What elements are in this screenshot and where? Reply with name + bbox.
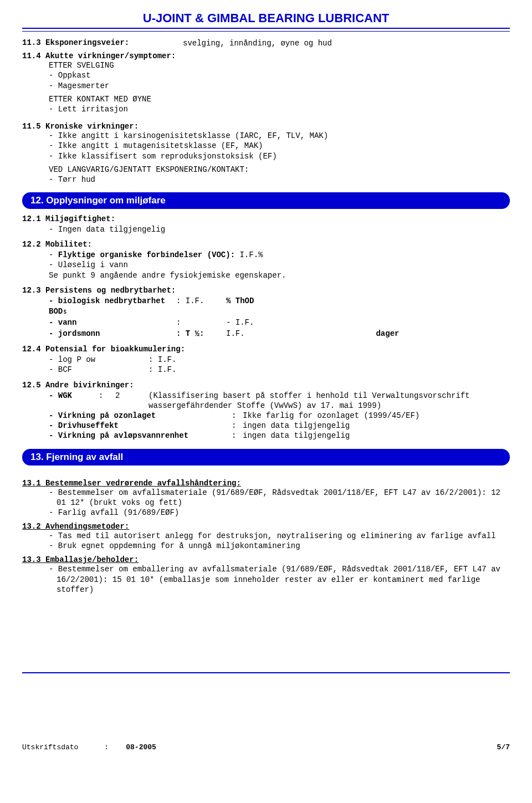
c3: - I.F. [226, 318, 510, 329]
label-12-5: 12.5 Andre bivirkninger: [22, 381, 510, 390]
title-divider-thin [22, 31, 510, 32]
row-ozon: - Virkning på ozonlaget : Ikke farlig fo… [49, 411, 510, 421]
list-item: - Lett irritasjon [49, 104, 510, 114]
list-item: - Ikke klassifisert som reproduksjonstok… [49, 151, 510, 161]
sep: : [232, 421, 243, 431]
row-avlop: - Virkning på avløpsvannrenhet : ingen d… [49, 431, 510, 441]
group1-list: - Oppkast - Magesmerter [49, 70, 510, 90]
footer-right: 5/7 [497, 743, 510, 751]
footer-divider [22, 672, 510, 673]
c1: - vann [49, 318, 176, 329]
row-logpow: - log P ow : I.F. [49, 355, 510, 365]
section-13-header: 13. Fjerning av avfall [22, 449, 510, 466]
wgk-label: - WGK [49, 391, 99, 411]
c2: : [176, 318, 226, 329]
c3: I.F. dager [226, 329, 510, 340]
label-12-1: 12.1 Miljøgiftighet: [22, 214, 510, 223]
c3-unit: dager [376, 329, 399, 338]
row-jordsmonn: - jordsmonn : T ½: I.F. dager [49, 329, 510, 340]
list-13-1: - Bestemmelser om avfallsmateriale (91/6… [49, 488, 510, 518]
val: ingen data tilgjengelig [243, 431, 510, 441]
label-13-1: 13.1 Bestemmelser vedrørende avfallshånd… [22, 479, 510, 488]
label-12-3: 12.3 Persistens og nedbrytbarhet: [22, 286, 510, 295]
lbl: - Virkning på ozonlaget [49, 411, 232, 421]
list-item: - Uløselig i vann [49, 260, 510, 270]
lbl: - Virkning på avløpsvannrenhet [49, 431, 232, 441]
row-11-3: 11.3 Eksponeringsveier: svelging, innånd… [22, 38, 510, 48]
list-13-2: - Tas med til autorisert anlegg for dest… [49, 531, 510, 551]
footer-left-label: Utskriftsdato [22, 743, 78, 751]
list-item: - Ikke angitt i karsinogenisitetsklasse … [49, 131, 510, 141]
list-item: - Oppkast [49, 70, 510, 80]
val: ingen data tilgjengelig [243, 421, 510, 431]
wgk-desc: (Klassifisering basert på stoffer i henh… [149, 391, 510, 411]
label-12-2: 12.2 Mobilitet: [22, 240, 510, 249]
row-vann: - vann : - I.F. [49, 318, 510, 329]
c1: - biologisk nedbrytbarhet BOD₅ [49, 296, 176, 318]
list-item: - Tas med til autorisert anlegg for dest… [49, 531, 510, 541]
list-item: - Bestemmelser om avfallsmateriale (91/6… [49, 488, 510, 508]
title-divider-thick [22, 28, 510, 29]
row-bcf: - BCF : I.F. [49, 365, 510, 375]
group2-title: ETTER KONTAKT MED ØYNE [49, 94, 510, 104]
voc-val: I.F.% [239, 250, 263, 259]
c3: % ThOD [226, 296, 510, 318]
list-item: - Tørr hud [49, 175, 510, 185]
label-11-5: 11.5 Kroniske virkninger: [22, 122, 510, 131]
dash: - [49, 250, 58, 259]
c1: - log P ow [49, 355, 149, 365]
footer-left-val: 08-2005 [126, 743, 156, 751]
note-list-11-5: - Tørr hud [49, 175, 510, 185]
c2: : I.F. [149, 355, 176, 365]
label-13-3: 13.3 Emballasje/beholder: [22, 555, 510, 564]
group1-title: ETTER SVELGING [49, 60, 510, 70]
val: Ikke farlig for ozonlaget (1999/45/EF) [243, 411, 510, 421]
c3-val: I.F. [226, 329, 245, 338]
voc-line: - Flyktige organiske forbindelser (VOC):… [49, 250, 510, 260]
label-13-2: 13.2 Avhendingsmetoder: [22, 522, 510, 531]
sep: : [232, 411, 243, 421]
c1: - BCF [49, 365, 149, 375]
row-bod5: - biologisk nedbrytbarhet BOD₅ : I.F. % … [49, 296, 510, 318]
group2-list: - Lett irritasjon [49, 104, 510, 114]
list-11-5: - Ikke angitt i karsinogenisitetsklasse … [49, 131, 510, 161]
wgk-val: 2 [115, 391, 149, 411]
row-wgk: - WGK : 2 (Klassifisering basert på stof… [49, 391, 510, 411]
footer-left-sep: : [104, 743, 109, 751]
list-item: - Farlig avfall (91/689/EØF) [49, 508, 510, 518]
c1: - jordsmonn [49, 329, 176, 340]
label-11-3: 11.3 Eksponeringsveier: [22, 38, 183, 48]
list-item: - Bestemmelser om emballering av avfalls… [49, 564, 510, 595]
list-item: - Magesmerter [49, 81, 510, 91]
value-11-3: svelging, innånding, øyne og hud [183, 38, 510, 48]
lbl: - Drivhuseffekt [49, 421, 232, 431]
page-footer: Utskriftsdato : 08-2005 5/7 [22, 740, 510, 751]
list-item: - Ikke angitt i mutagenisitetsklasse (EF… [49, 141, 510, 151]
label-11-4: 11.4 Akutte virkninger/symptomer: [22, 52, 510, 60]
list-13-3: - Bestemmelser om emballering av avfalls… [49, 564, 510, 595]
note-title-11-5: VED LANGVARIG/GJENTATT EKSPONERING/KONTA… [49, 165, 510, 175]
list-12-1: - Ingen data tilgjengelig [49, 224, 510, 234]
list-item: - Ingen data tilgjengelig [49, 224, 510, 234]
c2: : I.F. [149, 365, 176, 375]
voc-label: Flyktige organiske forbindelser (VOC): [58, 250, 240, 259]
c2: : I.F. [176, 296, 226, 318]
list-item: Se punkt 9 angående andre fysiokjemiske … [49, 270, 510, 280]
label-12-4: 12.4 Potensial for bioakkumulering: [22, 345, 510, 354]
page-title: U-JOINT & GIMBAL BEARING LUBRICANT [22, 11, 510, 25]
sep: : [232, 431, 243, 441]
list-item: - Bruk egnet oppdemning for å unngå milj… [49, 541, 510, 551]
wgk-sep: : [99, 391, 115, 411]
section-12-header: 12. Opplysninger om miljøfare [22, 192, 510, 209]
footer-left: Utskriftsdato : 08-2005 [22, 743, 156, 751]
row-drivhus: - Drivhuseffekt : ingen data tilgjengeli… [49, 421, 510, 431]
c2: : T ½: [176, 329, 226, 340]
